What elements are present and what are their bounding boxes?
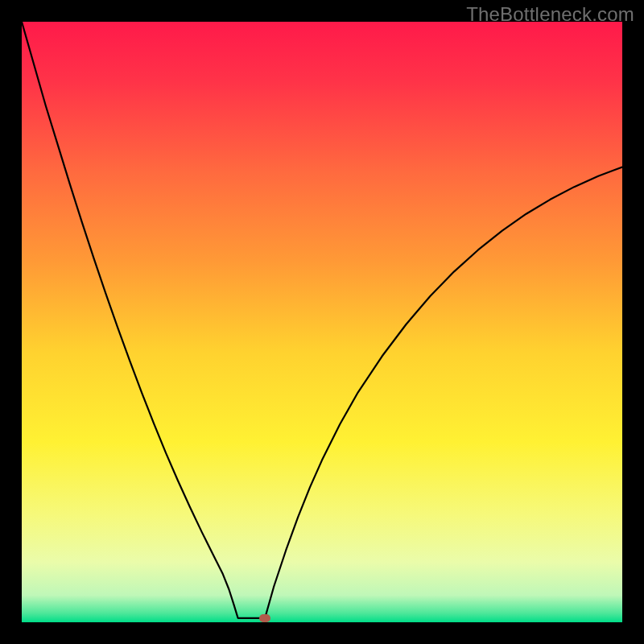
gradient-background [22,22,622,622]
svg-rect-0 [22,22,622,622]
plot-area [22,22,622,622]
optimum-marker [259,614,270,622]
frame: TheBottleneck.com [0,0,644,644]
